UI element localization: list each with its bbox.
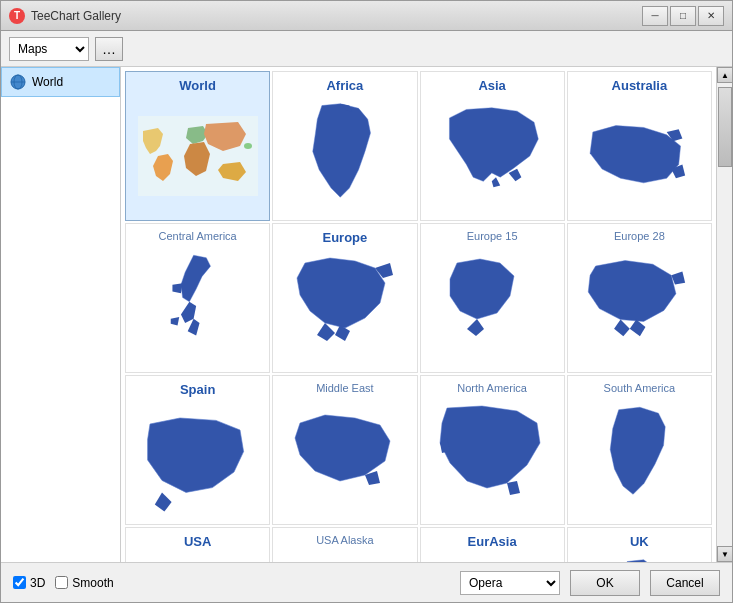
cell-title-europe: Europe bbox=[322, 230, 367, 245]
cell-title-usa: USA bbox=[184, 534, 211, 549]
gallery-cell-asia[interactable]: Asia bbox=[420, 71, 565, 221]
gallery-cell-usa[interactable]: USA bbox=[125, 527, 270, 562]
scroll-thumb[interactable] bbox=[718, 87, 732, 167]
svg-point-4 bbox=[244, 143, 252, 149]
map-spain bbox=[130, 401, 265, 518]
title-bar: T TeeChart Gallery ─ □ ✕ bbox=[1, 1, 732, 31]
cell-title-europe15: Europe 15 bbox=[467, 230, 518, 242]
checkbox-smooth-text: Smooth bbox=[72, 576, 113, 590]
cell-title-asia: Asia bbox=[478, 78, 505, 93]
map-middleeast bbox=[277, 398, 412, 518]
map-australia bbox=[572, 97, 707, 214]
map-usaalaska bbox=[277, 550, 412, 562]
gallery-cell-europe[interactable]: Europe bbox=[272, 223, 417, 373]
map-europe28 bbox=[572, 246, 707, 366]
scroll-down-button[interactable]: ▼ bbox=[717, 546, 732, 562]
close-button[interactable]: ✕ bbox=[698, 6, 724, 26]
window-title: TeeChart Gallery bbox=[31, 9, 121, 23]
cell-title-africa: Africa bbox=[326, 78, 363, 93]
ellipsis-button[interactable]: … bbox=[95, 37, 123, 61]
cell-title-northamerica: North America bbox=[457, 382, 527, 394]
content-area: World bbox=[121, 67, 716, 562]
gallery-cell-southamerica[interactable]: South America bbox=[567, 375, 712, 525]
checkbox-smooth-label[interactable]: Smooth bbox=[55, 576, 113, 590]
checkbox-smooth[interactable] bbox=[55, 576, 68, 589]
map-africa bbox=[277, 97, 412, 214]
gallery-cell-eurasia[interactable]: EurAsia bbox=[420, 527, 565, 562]
cell-title-uk: UK bbox=[630, 534, 649, 549]
gallery-cell-africa[interactable]: Africa bbox=[272, 71, 417, 221]
cell-title-australia: Australia bbox=[612, 78, 668, 93]
gallery-cell-usaalaska[interactable]: USA Alaska bbox=[272, 527, 417, 562]
checkbox-3d[interactable] bbox=[13, 576, 26, 589]
checkbox-3d-label[interactable]: 3D bbox=[13, 576, 45, 590]
cell-title-europe28: Europe 28 bbox=[614, 230, 665, 242]
theme-dropdown-container: Opera Classic Modern bbox=[460, 571, 560, 595]
minimize-button[interactable]: ─ bbox=[642, 6, 668, 26]
gallery-cell-world[interactable]: World bbox=[125, 71, 270, 221]
sidebar-item-world[interactable]: World bbox=[1, 67, 120, 97]
gallery-cell-australia[interactable]: Australia bbox=[567, 71, 712, 221]
gallery-cell-central-america[interactable]: Central America bbox=[125, 223, 270, 373]
map-eurasia bbox=[425, 553, 560, 562]
cell-title-central-america: Central America bbox=[158, 230, 236, 242]
cell-title-middleeast: Middle East bbox=[316, 382, 373, 394]
cell-title-southamerica: South America bbox=[604, 382, 676, 394]
cell-title-usaalaska: USA Alaska bbox=[316, 534, 373, 546]
gallery-cell-northamerica[interactable]: North America bbox=[420, 375, 565, 525]
map-southamerica bbox=[572, 398, 707, 518]
gallery-cell-spain[interactable]: Spain bbox=[125, 375, 270, 525]
gallery-cell-uk[interactable]: UK bbox=[567, 527, 712, 562]
maximize-button[interactable]: □ bbox=[670, 6, 696, 26]
toolbar: Maps … bbox=[1, 31, 732, 67]
scroll-up-button[interactable]: ▲ bbox=[717, 67, 732, 83]
cancel-button[interactable]: Cancel bbox=[650, 570, 720, 596]
title-bar-left: T TeeChart Gallery bbox=[9, 8, 121, 24]
window-controls: ─ □ ✕ bbox=[642, 6, 724, 26]
map-europe bbox=[277, 249, 412, 366]
gallery-grid: World bbox=[125, 71, 712, 562]
theme-dropdown[interactable]: Opera Classic Modern bbox=[460, 571, 560, 595]
cell-title-eurasia: EurAsia bbox=[468, 534, 517, 549]
category-dropdown[interactable]: Maps bbox=[9, 37, 89, 61]
gallery-cell-middleeast[interactable]: Middle East bbox=[272, 375, 417, 525]
map-uk bbox=[572, 553, 707, 562]
globe-icon bbox=[10, 74, 26, 90]
main-window: T TeeChart Gallery ─ □ ✕ Maps … bbox=[0, 0, 733, 603]
gallery-cell-europe15[interactable]: Europe 15 bbox=[420, 223, 565, 373]
sidebar: World bbox=[1, 67, 121, 562]
app-icon: T bbox=[9, 8, 25, 24]
map-asia bbox=[425, 97, 560, 214]
cell-title-spain: Spain bbox=[180, 382, 215, 397]
map-central-america bbox=[130, 246, 265, 366]
checkbox-3d-text: 3D bbox=[30, 576, 45, 590]
map-europe15 bbox=[425, 246, 560, 366]
map-northamerica bbox=[425, 398, 560, 518]
map-world bbox=[130, 97, 265, 214]
cell-title-world: World bbox=[179, 78, 216, 93]
sidebar-world-label: World bbox=[32, 75, 63, 89]
map-usa bbox=[130, 553, 265, 562]
gallery-cell-europe28[interactable]: Europe 28 bbox=[567, 223, 712, 373]
main-area: World World bbox=[1, 67, 732, 562]
ok-button[interactable]: OK bbox=[570, 570, 640, 596]
vertical-scrollbar[interactable]: ▲ ▼ bbox=[716, 67, 732, 562]
footer: 3D Smooth Opera Classic Modern OK Cancel bbox=[1, 562, 732, 602]
gallery-scroll[interactable]: World bbox=[121, 67, 716, 562]
